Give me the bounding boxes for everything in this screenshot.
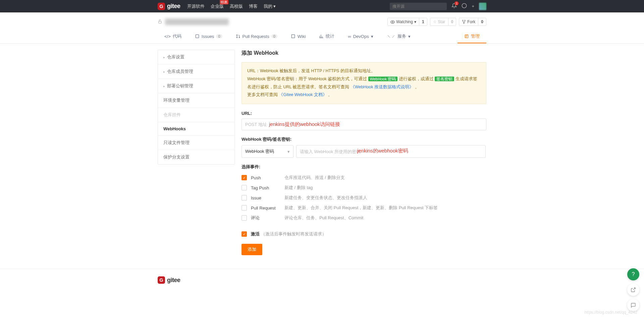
submit-button[interactable]: 添加 bbox=[241, 244, 262, 255]
event-row: Issue新建任务、变更任务状态、更改任务指派人 bbox=[241, 193, 486, 203]
sidebar-item-members[interactable]: ▸仓库成员管理 bbox=[158, 64, 234, 79]
share-icon bbox=[631, 287, 636, 291]
fork-icon bbox=[462, 20, 466, 24]
nav-enterprise[interactable]: 企业版 特惠 bbox=[211, 3, 224, 9]
sidebar-item-readonly[interactable]: 只读文件管理 bbox=[158, 136, 234, 150]
svg-point-8 bbox=[236, 37, 237, 38]
tag-sign-key: 签名密钥 bbox=[435, 77, 454, 81]
star-button[interactable]: ☆ Star 0 bbox=[430, 18, 457, 26]
nav-mine-label: 我的 bbox=[264, 4, 272, 9]
event-desc: 新建 / 删除 tag bbox=[284, 185, 313, 191]
svg-rect-6 bbox=[196, 35, 199, 38]
page-title: 添加 WebHook bbox=[241, 50, 486, 57]
event-checkbox[interactable] bbox=[241, 205, 247, 211]
footer: G gitee bbox=[0, 269, 644, 291]
secret-type-select[interactable]: WebHook 密码 ▾ bbox=[241, 145, 293, 158]
event-checkbox[interactable] bbox=[241, 195, 247, 200]
tab-code[interactable]: </> 代码 bbox=[158, 30, 188, 43]
fork-button[interactable]: Fork 0 bbox=[459, 18, 486, 26]
event-name: Pull Request bbox=[251, 206, 284, 211]
top-nav: G gitee 开源软件 企业版 特惠 高校版 博客 我的 ▾ 1 + bbox=[0, 0, 644, 12]
svg-point-4 bbox=[465, 20, 465, 21]
sidebar-item-deploy-keys[interactable]: ▸部署公钥管理 bbox=[158, 79, 234, 93]
lock-icon bbox=[158, 19, 162, 25]
svg-rect-1 bbox=[159, 21, 161, 23]
event-row: ✓Push仓库推送代码、推送 / 删除分支 bbox=[241, 173, 486, 183]
link-push-format-doc[interactable]: 《WebHook 推送数据格式说明》 bbox=[351, 85, 414, 89]
nav-mine[interactable]: 我的 ▾ bbox=[264, 3, 276, 9]
share-button[interactable] bbox=[627, 284, 639, 291]
sidebar-item-webhooks[interactable]: WebHooks bbox=[158, 122, 234, 136]
sidebar-item-env-vars[interactable]: 环境变量管理 bbox=[158, 93, 234, 108]
events-list: ✓Push仓库推送代码、推送 / 删除分支Tag Push新建 / 删除 tag… bbox=[241, 173, 486, 223]
enterprise-badge: 特惠 bbox=[220, 0, 228, 4]
notice-line1: URL：WebHook 被触发后，发送 HTTP / HTTPS 的目标通知地址… bbox=[247, 67, 481, 75]
activate-checkbox[interactable]: ✓ bbox=[241, 231, 247, 237]
logo[interactable]: G gitee bbox=[158, 3, 180, 10]
tab-issues[interactable]: Issues 0 bbox=[188, 30, 229, 43]
chevron-right-icon: ▸ bbox=[163, 70, 165, 74]
activate-desc: （激活后事件触发时将发送请求） bbox=[261, 231, 326, 237]
stats-icon bbox=[319, 34, 324, 39]
repo-tabs: </> 代码 Issues 0 Pull Requests 0 Wiki 统计 … bbox=[0, 30, 644, 44]
svg-point-9 bbox=[239, 37, 239, 38]
repo-name-redacted bbox=[165, 18, 229, 25]
help-button[interactable]: ? bbox=[627, 268, 639, 280]
watch-count: 1 bbox=[419, 18, 427, 26]
pr-count: 0 bbox=[271, 34, 277, 38]
devops-icon: ∞ bbox=[348, 34, 351, 39]
event-checkbox[interactable] bbox=[241, 185, 247, 190]
logo-icon: G bbox=[158, 276, 165, 284]
sidebar-item-plugins[interactable]: 仓库挂件 bbox=[158, 108, 234, 122]
link-webhook-doc[interactable]: 《Gitee WebHook 文档》 bbox=[279, 92, 327, 97]
nav-opensource[interactable]: 开源软件 bbox=[187, 3, 205, 9]
explore-icon[interactable] bbox=[462, 3, 467, 9]
event-desc: 评论仓库、任务、Pull Request、Commit bbox=[284, 215, 364, 221]
repo-header: Watching ▾ 1 ☆ Star 0 Fork 0 bbox=[158, 12, 486, 30]
tab-wiki[interactable]: Wiki bbox=[284, 30, 313, 43]
svg-point-7 bbox=[236, 35, 237, 35]
nav-blog[interactable]: 博客 bbox=[249, 3, 258, 9]
tab-pull-requests[interactable]: Pull Requests 0 bbox=[229, 30, 284, 43]
event-name: Push bbox=[251, 175, 284, 180]
tab-manage[interactable]: 管理 bbox=[458, 30, 486, 43]
fork-count: 0 bbox=[478, 18, 486, 26]
event-checkbox[interactable] bbox=[241, 215, 247, 221]
sidebar: ▸仓库设置 ▸仓库成员管理 ▸部署公钥管理 环境变量管理 仓库挂件 WebHoo… bbox=[158, 50, 235, 165]
activate-label: 激活 bbox=[251, 231, 260, 237]
tab-services[interactable]: ⟍⟋ 服务 ▾ bbox=[380, 30, 417, 43]
notice-box: URL：WebHook 被触发后，发送 HTTP / HTTPS 的目标通知地址… bbox=[241, 62, 486, 104]
footer-logo-text: gitee bbox=[167, 277, 180, 284]
secret-input[interactable] bbox=[296, 145, 486, 158]
event-name: 评论 bbox=[251, 215, 284, 221]
url-input[interactable] bbox=[241, 119, 486, 130]
svg-point-3 bbox=[463, 20, 463, 21]
plus-icon[interactable]: + bbox=[472, 4, 474, 9]
fork-label: Fork bbox=[467, 19, 475, 24]
event-row: 评论评论仓库、任务、Pull Request、Commit bbox=[241, 213, 486, 223]
event-row: Tag Push新建 / 删除 tag bbox=[241, 183, 486, 193]
tab-devops[interactable]: ∞ DevOps ▾ bbox=[341, 30, 380, 43]
footer-logo[interactable]: G gitee bbox=[158, 276, 180, 284]
manage-icon bbox=[464, 34, 469, 39]
sidebar-item-repo-settings[interactable]: ▸仓库设置 bbox=[158, 50, 234, 64]
tab-stats[interactable]: 统计 bbox=[312, 30, 341, 43]
secret-select-value: WebHook 密码 bbox=[245, 148, 274, 154]
avatar[interactable] bbox=[479, 3, 486, 10]
notif-count: 1 bbox=[454, 1, 459, 5]
issues-icon bbox=[195, 34, 200, 39]
pr-icon bbox=[236, 34, 240, 39]
chevron-right-icon: ▸ bbox=[163, 55, 165, 59]
event-desc: 仓库推送代码、推送 / 删除分支 bbox=[284, 175, 345, 181]
event-checkbox[interactable]: ✓ bbox=[241, 175, 247, 180]
nav-campus[interactable]: 高校版 bbox=[230, 3, 243, 9]
svg-point-5 bbox=[464, 23, 464, 24]
event-row: Pull Request新建、更新、合并、关闭 Pull Request，新建、… bbox=[241, 203, 486, 213]
sidebar-item-branch-protect[interactable]: 保护分支设置 bbox=[158, 150, 234, 164]
chevron-down-icon: ▾ bbox=[287, 149, 290, 154]
search-input[interactable] bbox=[390, 3, 447, 10]
star-label: Star bbox=[438, 19, 445, 24]
url-label: URL: bbox=[241, 111, 486, 116]
notifications-icon[interactable]: 1 bbox=[451, 3, 457, 9]
watch-button[interactable]: Watching ▾ 1 bbox=[387, 18, 427, 26]
